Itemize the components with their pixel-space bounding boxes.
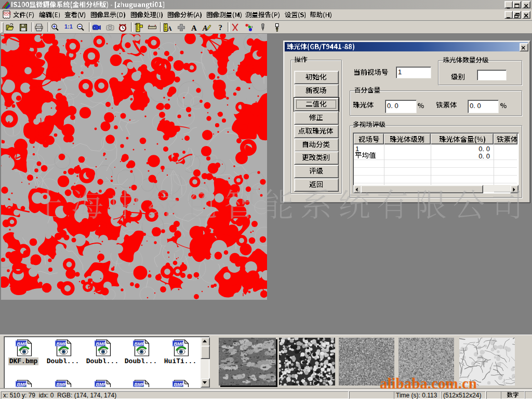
svg-text:BMP: BMP — [96, 382, 107, 387]
svg-text:BMP: BMP — [17, 341, 28, 347]
svg-text:BMP: BMP — [174, 341, 185, 347]
svg-text:BMP: BMP — [96, 341, 107, 347]
svg-text:DOC: DOC — [4, 11, 11, 15]
svg-text:3: 3 — [251, 25, 253, 29]
svg-text:BMP: BMP — [135, 341, 145, 347]
svg-text:BMP: BMP — [57, 341, 68, 347]
svg-text:A: A — [167, 25, 172, 32]
svg-text:1: 1 — [248, 24, 250, 27]
svg-text:BMP: BMP — [57, 382, 68, 387]
svg-text:?: ? — [219, 23, 223, 32]
svg-text:BMP: BMP — [135, 382, 145, 387]
svg-text:BMP: BMP — [17, 382, 28, 387]
svg-text:A: A — [191, 24, 197, 32]
svg-text:BMP: BMP — [174, 382, 185, 387]
svg-text:A: A — [202, 24, 207, 32]
